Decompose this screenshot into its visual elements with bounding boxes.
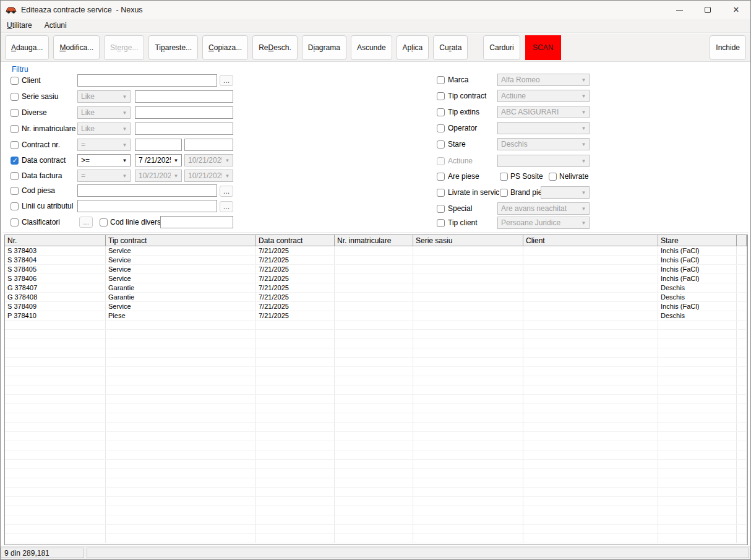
toolbar-button-copiaza[interactable]: Copiaza... — [202, 35, 248, 60]
contract-nr-checkbox[interactable] — [11, 141, 19, 149]
table-cell — [737, 460, 747, 468]
toolbar-button-aplica[interactable]: Aplica — [397, 35, 429, 60]
data-factura-checkbox[interactable] — [11, 172, 19, 180]
table-cell — [413, 265, 523, 274]
table-cell: 7/21/2025 — [256, 283, 335, 292]
inchide-button[interactable]: Inchide — [710, 35, 746, 60]
table-row[interactable]: S 378405Service7/21/2025Inchis (FaCl) — [5, 265, 747, 274]
nr-inmatriculare-input[interactable] — [135, 123, 233, 135]
table-cell — [523, 321, 658, 329]
linii-cu-atributul-input[interactable] — [77, 200, 217, 212]
column-header-serie-sasiu[interactable]: Serie sasiu — [413, 235, 523, 246]
column-header-client[interactable]: Client — [523, 235, 658, 246]
table-cell — [658, 395, 737, 403]
diverse-checkbox[interactable] — [11, 109, 19, 117]
toolbar-button-modifica[interactable]: Modifica... — [53, 35, 100, 60]
toolbar-button-redesch[interactable]: ReDesch. — [252, 35, 298, 60]
special-label: Special — [448, 204, 472, 213]
linii-cu-atributul-checkbox[interactable] — [11, 202, 19, 210]
table-cell — [658, 478, 737, 487]
table-cell — [737, 413, 747, 422]
nr-inmatriculare-checkbox[interactable] — [11, 125, 19, 133]
table-row[interactable]: G 378408Garantie7/21/2025Deschis — [5, 293, 747, 302]
toolbar-button-carduri[interactable]: Carduri — [483, 35, 520, 60]
scan-button[interactable]: SCAN — [525, 35, 561, 60]
tip-contract-checkbox[interactable] — [437, 92, 445, 100]
table-row[interactable]: S 378409Service7/21/2025Inchis (FaCl) — [5, 302, 747, 311]
stare-checkbox[interactable] — [437, 140, 445, 149]
clasificatori-checkbox[interactable] — [11, 218, 19, 226]
minimize-button[interactable] — [665, 1, 693, 19]
special-checkbox[interactable] — [437, 205, 445, 213]
chevron-down-icon: ▼ — [578, 77, 589, 83]
serie-sasiu-checkbox[interactable] — [11, 93, 19, 101]
table-cell — [658, 348, 737, 357]
table-row[interactable]: S 378403Service7/21/2025Inchis (FaCl) — [5, 246, 747, 256]
table-cell — [737, 488, 747, 496]
table-cell — [523, 423, 658, 431]
table-row[interactable]: S 378404Service7/21/2025Inchis (FaCl) — [5, 256, 747, 265]
linii-cu-atributul-more-button[interactable]: ... — [220, 201, 233, 212]
client-input[interactable] — [77, 74, 217, 87]
toolbar-button-tipareste[interactable]: Tipareste... — [148, 35, 198, 60]
table-row[interactable]: G 378407Garantie7/21/2025Deschis — [5, 283, 747, 293]
marca-checkbox[interactable] — [437, 76, 445, 84]
table-cell — [523, 367, 658, 376]
title-bar: Editeaza contracte service - Nexus × — [1, 1, 750, 19]
toolbar-button-curata[interactable]: Curata — [433, 35, 468, 60]
table-row[interactable]: S 378406Service7/21/2025Inchis (FaCl) — [5, 274, 747, 283]
table-cell — [335, 302, 413, 311]
client-checkbox[interactable] — [11, 77, 19, 85]
are-piese-checkbox[interactable] — [437, 173, 445, 181]
contract-nr-to-input[interactable] — [184, 139, 233, 151]
table-cell — [658, 413, 737, 422]
column-header-nr-inmatriculare[interactable]: Nr. inmatriculare — [335, 235, 413, 246]
cod-piesa-input[interactable] — [77, 184, 217, 197]
table-cell — [335, 330, 413, 338]
table-cell — [737, 348, 747, 357]
tip-client-checkbox[interactable] — [437, 219, 445, 227]
livrate-in-servic-label: Livrate in servic — [448, 188, 499, 197]
menu-utilitare[interactable]: Utilitare — [6, 20, 38, 32]
diverse-input[interactable] — [135, 106, 233, 119]
column-header-stare[interactable]: Stare — [658, 235, 737, 246]
menu-actiuni[interactable]: Actiuni — [38, 20, 73, 32]
toolbar-button-adauga[interactable]: Adauga... — [5, 35, 49, 60]
operator-label: Operator — [448, 124, 477, 133]
toolbar-button-diagrama[interactable]: Diagrama — [302, 35, 346, 60]
ps-sosite-checkbox[interactable] — [500, 173, 508, 181]
column-header-extra[interactable] — [737, 235, 747, 246]
table-row[interactable]: P 378410Piese7/21/2025Deschis — [5, 311, 747, 321]
cod-piesa-more-button[interactable]: ... — [220, 186, 233, 197]
table-row — [5, 506, 747, 515]
table-cell — [106, 376, 256, 385]
livrate-in-servic-checkbox[interactable] — [437, 189, 445, 197]
maximize-button[interactable] — [693, 1, 722, 19]
column-header-data-contract[interactable]: Data contract — [256, 235, 335, 246]
serie-sasiu-input[interactable] — [135, 90, 233, 103]
operator-checkbox[interactable] — [437, 124, 445, 132]
data-contract-from-datepicker[interactable]: 7 /21/2025▼ — [135, 154, 182, 166]
data-contract-to-datepicker: 10/21/2025▼ — [184, 154, 233, 166]
are-piese-label: Are piese — [448, 172, 479, 181]
column-header-tip-contract[interactable]: Tip contract — [106, 235, 256, 246]
brand-piese-checkbox[interactable] — [500, 189, 508, 197]
close-button[interactable]: × — [722, 1, 750, 19]
contract-nr-from-input[interactable] — [135, 139, 182, 151]
data-contract-op-combo[interactable]: >=▼ — [77, 154, 131, 166]
table-cell — [106, 525, 256, 533]
cod-piesa-checkbox[interactable] — [11, 187, 19, 195]
client-more-button[interactable]: ... — [220, 75, 233, 86]
nelivrate-checkbox[interactable] — [549, 173, 557, 181]
table-cell — [737, 525, 747, 533]
table-cell — [413, 321, 523, 329]
table-cell — [335, 311, 413, 320]
toolbar-button-ascunde[interactable]: Ascunde — [351, 35, 392, 60]
table-cell: Service — [106, 246, 256, 255]
column-header-nr-[interactable]: Nr. — [5, 235, 106, 246]
cod-linie-diversa-input[interactable] — [160, 216, 233, 228]
tip-extins-checkbox[interactable] — [437, 108, 445, 116]
table-cell — [523, 386, 658, 394]
data-contract-checkbox[interactable] — [11, 157, 19, 165]
cod-linie-diversa-checkbox[interactable] — [100, 218, 108, 226]
